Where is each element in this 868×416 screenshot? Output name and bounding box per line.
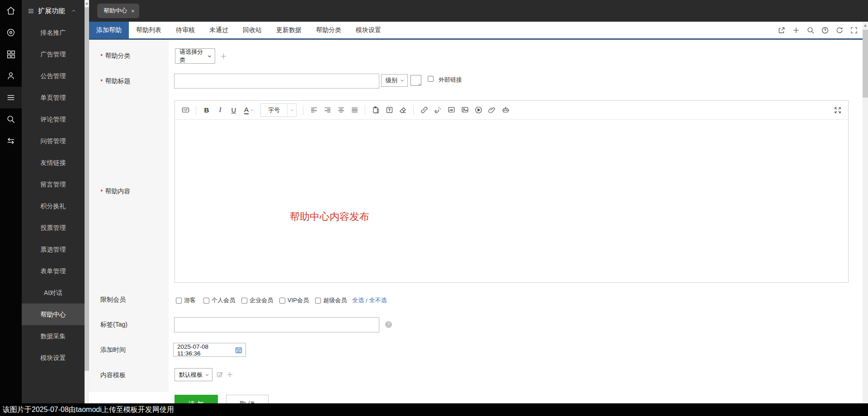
chevron-down-icon [207,54,212,59]
bold-icon[interactable]: B [201,104,212,116]
unlink-icon[interactable] [432,104,443,116]
image-upload-icon[interactable] [445,104,457,116]
checkbox-guest[interactable] [176,298,182,304]
sidebar-item-module-settings[interactable]: 模块设置 [22,347,85,369]
sidebar-item-points[interactable]: 积分换礼 [22,195,85,217]
required-mark: * [100,52,103,60]
sidebar-item-links[interactable]: 友情链接 [22,152,85,173]
category-select[interactable]: 请选择分类 [175,48,215,64]
search-icon[interactable] [806,26,815,34]
tag-input[interactable] [174,317,379,332]
chevron-up-icon[interactable] [71,8,76,14]
list-icon[interactable] [0,87,22,108]
title-level-select[interactable]: 级别 [381,74,408,87]
attachment-icon[interactable] [486,104,498,116]
sidebar-scrollbar[interactable] [85,0,89,403]
add-time-input[interactable]: 2025-07-08 11:36:36 [173,343,246,357]
checkbox-vip-member-label: VIP会员 [288,296,309,304]
external-link-checkbox[interactable] [428,76,434,82]
align-center-icon[interactable] [335,104,347,116]
sidebar-item-comments[interactable]: 评论管理 [22,108,85,130]
italic-icon[interactable]: I [214,104,226,116]
tab-module-settings[interactable]: 模块设置 [349,22,388,38]
toolbar-separator [196,105,196,115]
plus-icon[interactable] [792,26,800,34]
help-title-input[interactable] [174,74,379,89]
checkbox-enterprise-member[interactable] [241,298,247,304]
tab-update-data[interactable]: 更新数据 [269,22,309,38]
scroll-up-arrow-icon[interactable] [864,24,867,27]
open-tab-chip[interactable]: 帮助中心 × [97,4,139,18]
refresh-icon[interactable] [835,26,844,34]
image-icon[interactable] [459,104,471,116]
close-tab-icon[interactable]: × [131,8,135,14]
add-time-value: 2025-07-08 11:36:36 [177,343,232,357]
chevron-down-icon [287,104,296,117]
sidebar-item-singlepage[interactable]: 单页管理 [22,87,85,108]
page-scrollbar[interactable] [863,22,868,403]
video-icon[interactable] [472,104,484,116]
checkbox-super-member[interactable] [315,298,321,304]
editor-fullscreen-icon[interactable] [832,104,844,116]
align-right-icon[interactable] [321,104,333,116]
sidebar-item-vote[interactable]: 投票管理 [22,217,85,238]
add-template-icon[interactable] [226,370,234,379]
grid-icon[interactable] [0,43,22,65]
select-all-link[interactable]: 全选 [352,296,364,304]
underline-icon[interactable]: U [228,104,240,116]
font-color-icon[interactable]: A [241,104,257,116]
align-left-icon[interactable] [308,104,320,116]
sidebar-item-ads[interactable]: 广告管理 [22,43,85,65]
title-color-picker[interactable] [410,75,421,86]
target-icon[interactable] [0,22,22,43]
tab-help-list[interactable]: 帮助列表 [129,22,169,38]
sidebar-item-announcement[interactable]: 公告管理 [22,65,85,87]
help-icon[interactable] [821,26,829,34]
sidebar-item-ranking[interactable]: 排名推广 [22,22,85,43]
scroll-up-arrow-icon[interactable] [85,2,88,5]
edit-template-icon[interactable] [216,370,224,379]
search-icon[interactable] [0,108,22,130]
user-icon[interactable] [0,65,22,87]
top-tab-bar: 帮助中心 × [89,0,868,22]
fullscreen-icon[interactable] [849,26,858,34]
sidebar-item-poll[interactable]: 票选管理 [22,238,85,260]
sidebar-item-data-collect[interactable]: 数据采集 [22,325,85,347]
checkbox-vip-member[interactable] [279,298,285,304]
sidebar-scrollbar-thumb[interactable] [85,7,89,371]
swap-icon[interactable] [0,130,22,152]
source-icon[interactable] [179,104,191,116]
tag-help-icon[interactable]: ? [385,321,392,328]
form-label-column [89,40,169,392]
tab-help-category[interactable]: 帮助分类 [309,22,349,38]
select-none-link[interactable]: 全不选 [369,296,387,304]
open-in-new-icon[interactable] [777,26,786,34]
sidebar-item-qa[interactable]: 问答管理 [22,130,85,152]
chevron-down-icon [250,108,254,112]
align-justify-icon[interactable] [349,104,360,116]
editor-toolbar: B I U A 字号 [175,101,848,120]
home-icon[interactable] [0,0,22,22]
font-size-select[interactable]: 字号 [260,103,297,117]
sidebar-item-help-center[interactable]: 帮助中心 [22,304,85,325]
paste-icon[interactable] [370,104,382,116]
sidebar-header[interactable]: 扩展功能 [22,0,85,22]
editor-content-area[interactable]: 帮助中心内容发布 [175,120,848,282]
paste-text-icon[interactable] [383,104,395,116]
tab-recycle-bin[interactable]: 回收站 [236,22,269,38]
link-icon[interactable] [418,104,430,116]
template-select[interactable]: 默认模板 [175,368,212,381]
sidebar-item-ai-chat[interactable]: AI对话 [22,282,85,304]
eraser-icon[interactable] [397,104,409,116]
window-actions [777,22,858,38]
sidebar-item-messages[interactable]: 留言管理 [22,173,85,195]
tab-pending-review[interactable]: 待审核 [169,22,202,38]
add-category-icon[interactable] [219,51,228,61]
checkbox-personal-member[interactable] [203,298,209,304]
page-scrollbar-thumb[interactable] [863,30,868,98]
robot-icon[interactable] [500,104,511,116]
sidebar-item-forms[interactable]: 表单管理 [22,260,85,282]
calendar-icon[interactable] [235,346,243,354]
tab-rejected[interactable]: 未通过 [202,22,236,38]
tab-add-help[interactable]: 添加帮助 [89,22,129,38]
